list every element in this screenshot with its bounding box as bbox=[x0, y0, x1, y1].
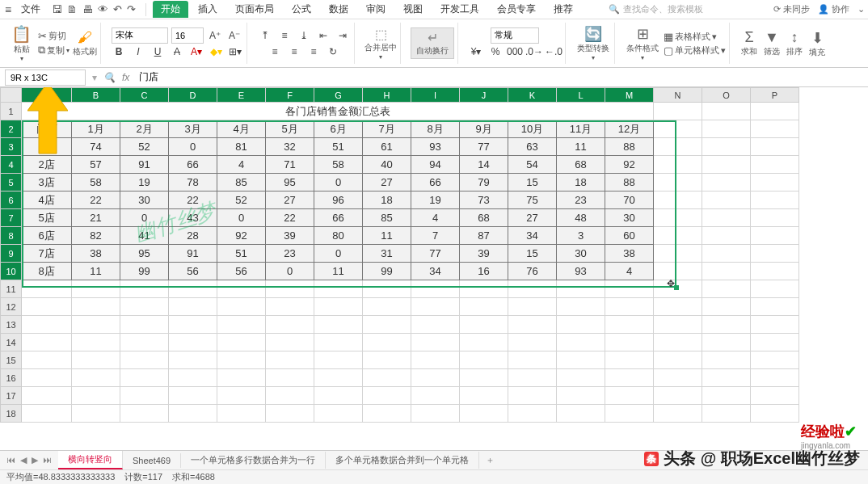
cell-F14[interactable] bbox=[266, 334, 314, 351]
cell-E15[interactable] bbox=[217, 351, 266, 369]
cell-L15[interactable] bbox=[557, 351, 605, 369]
cell-H15[interactable] bbox=[363, 351, 411, 369]
cell-G5[interactable]: 0 bbox=[314, 174, 363, 191]
cell-M2[interactable]: 12月 bbox=[605, 120, 654, 138]
cell-L7[interactable]: 48 bbox=[557, 209, 605, 227]
cell-I7[interactable]: 4 bbox=[411, 209, 460, 227]
row-header-8[interactable]: 8 bbox=[1, 227, 22, 245]
cell-N2[interactable] bbox=[654, 120, 702, 138]
cell-H14[interactable] bbox=[363, 334, 411, 351]
cell-M17[interactable] bbox=[605, 387, 654, 405]
cell-H16[interactable] bbox=[363, 369, 411, 387]
row-header-15[interactable]: 15 bbox=[1, 351, 22, 369]
cell-E10[interactable]: 56 bbox=[217, 263, 266, 280]
cell-H2[interactable]: 7月 bbox=[363, 120, 411, 138]
cell-N13[interactable] bbox=[654, 316, 702, 334]
cell-B5[interactable]: 58 bbox=[72, 174, 120, 191]
cell-C6[interactable]: 30 bbox=[120, 191, 169, 209]
cell-B12[interactable] bbox=[72, 298, 120, 316]
cell-D17[interactable] bbox=[169, 387, 217, 405]
cell-F11[interactable] bbox=[266, 280, 314, 298]
fill-color-button[interactable]: ◆▾ bbox=[208, 44, 224, 60]
cell-N9[interactable] bbox=[654, 245, 702, 263]
cell-E18[interactable] bbox=[217, 405, 266, 423]
cell-G18[interactable] bbox=[314, 405, 363, 423]
cell-L9[interactable]: 30 bbox=[557, 245, 605, 263]
underline-button[interactable]: U bbox=[150, 44, 166, 60]
cell-F7[interactable]: 22 bbox=[266, 209, 314, 227]
cell-N14[interactable] bbox=[654, 334, 702, 351]
cell-L8[interactable]: 3 bbox=[557, 227, 605, 245]
sheet-next-icon[interactable]: ▶ bbox=[32, 455, 38, 465]
row-header-4[interactable]: 4 bbox=[1, 156, 22, 174]
cell-O14[interactable] bbox=[702, 334, 751, 351]
cell-A4[interactable]: 2店 bbox=[22, 156, 72, 174]
cell-A9[interactable]: 7店 bbox=[22, 245, 72, 263]
row-header-11[interactable]: 11 bbox=[1, 280, 22, 298]
cell-E4[interactable]: 4 bbox=[217, 156, 266, 174]
cell-F17[interactable] bbox=[266, 387, 314, 405]
cell-J4[interactable]: 14 bbox=[460, 156, 508, 174]
cell-M4[interactable]: 92 bbox=[605, 156, 654, 174]
cell-O6[interactable] bbox=[702, 191, 751, 209]
cell-B13[interactable] bbox=[72, 316, 120, 334]
cell-A10[interactable]: 8店 bbox=[22, 263, 72, 280]
cell-A3[interactable]: 1店 bbox=[22, 138, 72, 156]
align-top-icon[interactable]: ⤒ bbox=[257, 27, 273, 44]
cell-P6[interactable] bbox=[751, 191, 799, 209]
cell-K3[interactable]: 63 bbox=[508, 138, 557, 156]
cell-C3[interactable]: 52 bbox=[120, 138, 169, 156]
cell-O7[interactable] bbox=[702, 209, 751, 227]
comma-icon[interactable]: 000 bbox=[507, 44, 523, 60]
cell-G3[interactable]: 51 bbox=[314, 138, 363, 156]
cell-I13[interactable] bbox=[411, 316, 460, 334]
cell-C8[interactable]: 41 bbox=[120, 227, 169, 245]
cell-P14[interactable] bbox=[751, 334, 799, 351]
cell-F8[interactable]: 39 bbox=[266, 227, 314, 245]
cell-J16[interactable] bbox=[460, 369, 508, 387]
cell-D8[interactable]: 28 bbox=[169, 227, 217, 245]
cell-O13[interactable] bbox=[702, 316, 751, 334]
currency-icon[interactable]: ¥▾ bbox=[468, 44, 484, 60]
cell-P4[interactable] bbox=[751, 156, 799, 174]
cell-J6[interactable]: 73 bbox=[460, 191, 508, 209]
cell-O11[interactable] bbox=[702, 280, 751, 298]
cell-E13[interactable] bbox=[217, 316, 266, 334]
align-center-icon[interactable]: ≡ bbox=[286, 44, 302, 60]
cell-I5[interactable]: 66 bbox=[411, 174, 460, 191]
cell-B10[interactable]: 11 bbox=[72, 263, 120, 280]
cell-J12[interactable] bbox=[460, 298, 508, 316]
cell-F3[interactable]: 32 bbox=[266, 138, 314, 156]
tab-member[interactable]: 会员专享 bbox=[489, 1, 544, 18]
cell-E7[interactable]: 0 bbox=[217, 209, 266, 227]
name-box[interactable] bbox=[5, 69, 86, 86]
cell-K2[interactable]: 10月 bbox=[508, 120, 557, 138]
sheet-tab-active[interactable]: 横向转竖向 bbox=[58, 451, 123, 469]
cell-A2[interactable]: 门店 bbox=[22, 120, 72, 138]
cell-D5[interactable]: 78 bbox=[169, 174, 217, 191]
cell-G12[interactable] bbox=[314, 298, 363, 316]
decimal-dec-icon[interactable]: ←.0 bbox=[546, 44, 562, 60]
cell-N8[interactable] bbox=[654, 227, 702, 245]
cell-O16[interactable] bbox=[702, 369, 751, 387]
decrease-font-icon[interactable]: A⁻ bbox=[226, 27, 242, 44]
align-right-icon[interactable]: ≡ bbox=[305, 44, 322, 60]
cell-O2[interactable] bbox=[702, 120, 751, 138]
cell-A5[interactable]: 3店 bbox=[22, 174, 72, 191]
cell-C5[interactable]: 19 bbox=[120, 174, 169, 191]
col-header-P[interactable]: P bbox=[751, 88, 799, 103]
cell-J18[interactable] bbox=[460, 405, 508, 423]
cell-M8[interactable]: 60 bbox=[605, 227, 654, 245]
cell-N4[interactable] bbox=[654, 156, 702, 174]
border-button[interactable]: ⊞▾ bbox=[227, 44, 243, 60]
hamburger-icon[interactable]: ≡ bbox=[3, 3, 13, 16]
font-name-select[interactable] bbox=[112, 27, 168, 44]
save-icon[interactable]: 🖫 bbox=[52, 3, 62, 15]
cell-P7[interactable] bbox=[751, 209, 799, 227]
sheet-tab[interactable]: Sheet469 bbox=[123, 453, 181, 468]
table-style-button[interactable]: ▦表格样式▾ bbox=[664, 31, 726, 43]
align-middle-icon[interactable]: ≡ bbox=[276, 27, 293, 44]
cell-J17[interactable] bbox=[460, 387, 508, 405]
col-header-O[interactable]: O bbox=[702, 88, 751, 103]
row-header-9[interactable]: 9 bbox=[1, 245, 22, 263]
